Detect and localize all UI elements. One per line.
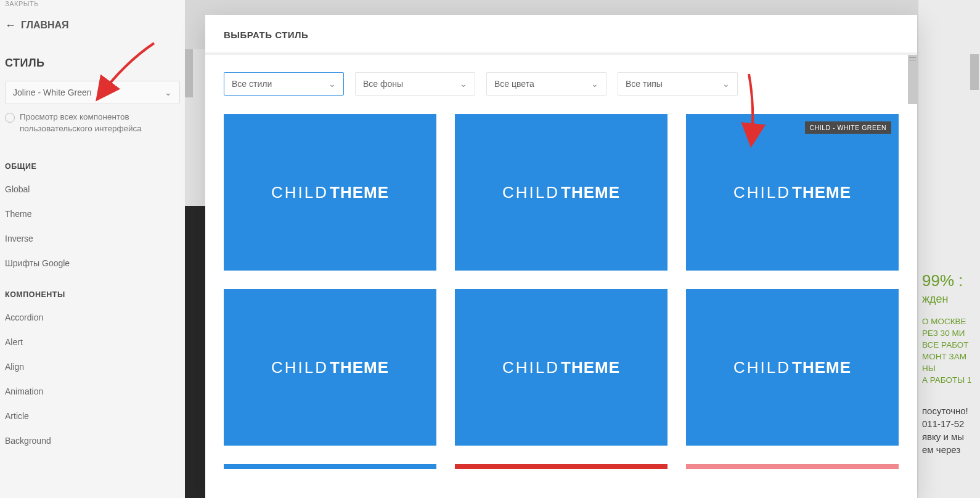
card-badge: CHILD - WHITE GREEN — [805, 121, 891, 134]
chevron-down-icon: ⌄ — [591, 79, 598, 89]
customizer-sidebar: ЗАКРЫТЬ ← ГЛАВНАЯ СТИЛЬ Joline - White G… — [0, 0, 185, 498]
card-logo: CHILDTHEME — [733, 183, 851, 202]
filter-row: Все стили ⌄ Все фоны ⌄ Все цвета ⌄ Все т… — [205, 72, 917, 114]
close-label[interactable]: ЗАКРЫТЬ — [0, 0, 185, 11]
radio-icon — [5, 113, 15, 123]
nav-global[interactable]: Global — [0, 177, 185, 202]
card-logo: CHILDTHEME — [733, 358, 851, 377]
chevron-down-icon: ⌄ — [165, 88, 172, 97]
style-card[interactable]: CHILDTHEME — [686, 289, 899, 446]
nav-theme[interactable]: Theme — [0, 202, 185, 226]
filter-styles[interactable]: Все стили ⌄ — [224, 72, 344, 96]
card-logo: CHILDTHEME — [502, 358, 620, 377]
style-card-selected[interactable]: CHILD - WHITE GREEN CHILDTHEME — [686, 114, 899, 271]
section-heading-general: ОБЩИЕ — [0, 147, 185, 177]
style-select[interactable]: Joline - White Green ⌄ — [5, 81, 180, 104]
filter-colors[interactable]: Все цвета ⌄ — [486, 72, 606, 96]
section-heading-components: КОМПОНЕНТЫ — [0, 276, 185, 305]
modal-body: Все стили ⌄ Все фоны ⌄ Все цвета ⌄ Все т… — [205, 55, 917, 498]
nav-align[interactable]: Align — [0, 354, 185, 379]
nav-google-fonts[interactable]: Шрифты Google — [0, 251, 185, 276]
filter-label: Все типы — [626, 79, 663, 89]
chevron-down-icon: ⌄ — [460, 79, 467, 89]
style-grid: CHILDTHEME CHILDTHEME CHILD - WHITE GREE… — [205, 114, 917, 464]
card-logo: CHILDTHEME — [502, 183, 620, 202]
filter-label: Все фоны — [363, 79, 403, 89]
filter-label: Все стили — [232, 79, 272, 89]
modal-title: ВЫБРАТЬ СТИЛЬ — [224, 30, 899, 40]
arrow-left-icon: ← — [5, 20, 16, 31]
card-logo: CHILDTHEME — [271, 183, 389, 202]
preview-toggle[interactable]: Просмотр всех компонентов пользовательск… — [0, 112, 185, 147]
style-card-peek[interactable] — [224, 464, 436, 469]
style-card[interactable]: CHILDTHEME — [455, 114, 668, 271]
style-card[interactable]: CHILDTHEME — [455, 289, 668, 446]
nav-background[interactable]: Background — [0, 428, 185, 453]
card-logo: CHILDTHEME — [271, 358, 389, 377]
back-button[interactable]: ← ГЛАВНАЯ — [0, 11, 185, 39]
style-card-peek[interactable] — [455, 464, 668, 469]
style-card-peek[interactable] — [686, 464, 899, 469]
sidebar-title: СТИЛЬ — [0, 39, 185, 81]
style-picker-modal: ВЫБРАТЬ СТИЛЬ Все стили ⌄ Все фоны ⌄ Все… — [205, 15, 917, 498]
nav-inverse[interactable]: Inverse — [0, 226, 185, 251]
nav-animation[interactable]: Animation — [0, 379, 185, 404]
back-label: ГЛАВНАЯ — [21, 20, 69, 31]
style-card[interactable]: CHILDTHEME — [224, 289, 436, 446]
modal-header: ВЫБРАТЬ СТИЛЬ — [205, 15, 917, 52]
modal-scrollbar[interactable] — [908, 55, 917, 104]
style-row-peek — [205, 464, 917, 469]
preview-toggle-label: Просмотр всех компонентов пользовательск… — [20, 112, 180, 135]
nav-alert[interactable]: Alert — [0, 330, 185, 354]
nav-accordion[interactable]: Accordion — [0, 305, 185, 330]
style-select-value: Joline - White Green — [13, 88, 92, 97]
nav-article[interactable]: Article — [0, 404, 185, 428]
filter-backgrounds[interactable]: Все фоны ⌄ — [355, 72, 475, 96]
filter-label: Все цвета — [494, 79, 534, 89]
style-card[interactable]: CHILDTHEME — [224, 114, 436, 271]
chevron-down-icon: ⌄ — [329, 79, 336, 89]
chevron-down-icon: ⌄ — [722, 79, 730, 89]
filter-types[interactable]: Все типы ⌄ — [618, 72, 738, 96]
